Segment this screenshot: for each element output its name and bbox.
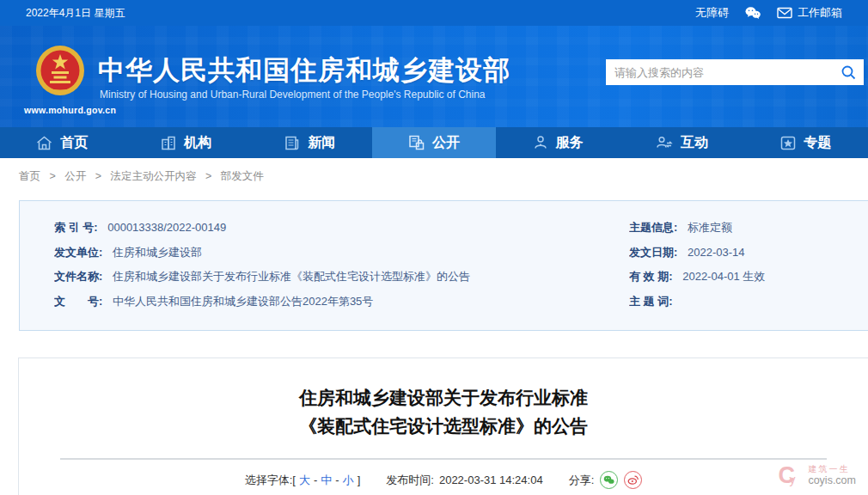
info-label: 发文日期: <box>629 246 677 259</box>
publish-time-group: 发布时间: 2022-03-31 14:24:04 <box>386 473 542 488</box>
info-value: 2022-03-14 <box>688 246 745 259</box>
publish-time-label: 发布时间: <box>386 473 434 488</box>
info-label: 文件名称: <box>54 270 102 283</box>
breadcrumb-current: 部发文件 <box>221 170 264 182</box>
info-row-keywords: 主 题 词: <box>629 290 868 315</box>
info-value: 中华人民共和国住房和城乡建设部公告2022年第35号 <box>113 295 373 308</box>
share-wechat-button[interactable] <box>600 471 618 489</box>
wechat-icon[interactable] <box>744 6 761 20</box>
weibo-share-icon <box>627 475 639 485</box>
title-divider <box>60 458 827 460</box>
font-size-medium-button[interactable]: 中 <box>321 473 332 488</box>
info-value: 2022-04-01 生效 <box>682 270 765 283</box>
nav-label: 首页 <box>60 134 88 152</box>
person-arrows-icon <box>656 136 673 150</box>
document-info-box: 索 引 号: 000013338/2022-00149 发文单位: 住房和城乡建… <box>19 200 868 331</box>
current-date: 2022年4月1日 星期五 <box>26 6 125 21</box>
coyis-watermark: C y 建筑一生 coyis.com <box>778 461 856 489</box>
info-value: 住房和城乡建设部 <box>113 246 202 259</box>
nav-item-home[interactable]: 首页 <box>0 127 124 158</box>
article-title-line2: 《装配式住宅设计选型标准》的公告 <box>19 412 868 440</box>
site-title: 中华人民共和国住房和城乡建设部 <box>98 52 510 89</box>
info-value: 标准定额 <box>688 221 732 234</box>
info-value: 000013338/2022-00149 <box>107 221 226 234</box>
work-mailbox-label: 工作邮箱 <box>798 5 842 21</box>
top-bar: 2022年4月1日 星期五 无障碍 工作邮箱 <box>0 0 868 26</box>
document-lock-icon <box>408 135 425 150</box>
accessibility-link[interactable]: 无障碍 <box>695 5 729 21</box>
envelope-icon <box>777 7 792 19</box>
publish-time-value: 2022-03-31 14:24:04 <box>439 474 543 486</box>
site-header: www.mohurd.gov.cn 中华人民共和国住房和城乡建设部 Minist… <box>0 26 868 127</box>
info-label: 有 效 期: <box>629 270 673 283</box>
share-group: 分享: <box>569 471 643 489</box>
info-label: 主题信息: <box>629 221 677 234</box>
info-row-effective-date: 有 效 期: 2022-04-01 生效 <box>629 265 868 290</box>
watermark-slogan: 建筑一生 <box>808 464 856 474</box>
share-weibo-button[interactable] <box>624 471 642 489</box>
nav-label: 互动 <box>681 134 708 152</box>
info-row-index-number: 索 引 号: 000013338/2022-00149 <box>54 216 629 241</box>
info-row-issuing-unit: 发文单位: 住房和城乡建设部 <box>54 241 629 266</box>
info-label: 文 号: <box>54 295 102 308</box>
national-emblem <box>34 45 86 101</box>
coyis-logo: C y <box>778 461 804 489</box>
building-icon <box>161 136 176 150</box>
search-box <box>606 59 864 85</box>
topbar-links: 无障碍 工作邮箱 <box>695 5 842 21</box>
font-size-dash: - <box>314 474 317 486</box>
search-icon <box>840 64 857 81</box>
wechat-share-icon <box>603 475 614 485</box>
bracket-open: [ <box>292 474 296 486</box>
info-label: 发文单位: <box>54 246 102 259</box>
info-label: 主 题 词: <box>629 295 673 308</box>
font-select-label: 选择字体: <box>245 473 293 488</box>
nav-item-topics[interactable]: 专题 <box>744 127 868 158</box>
search-input[interactable] <box>606 59 833 85</box>
breadcrumb-separator: > <box>49 170 55 182</box>
main-nav: 首页 机构 新闻 <box>0 127 868 158</box>
info-value: 住房和城乡建设部关于发布行业标准《装配式住宅设计选型标准》的公告 <box>113 270 470 283</box>
breadcrumb: 首页 > 公开 > 法定主动公开内容 > 部发文件 <box>19 169 868 184</box>
article-panel: 住房和城乡建设部关于发布行业标准 《装配式住宅设计选型标准》的公告 选择字体: … <box>18 358 868 495</box>
breadcrumb-home[interactable]: 首页 <box>19 170 40 182</box>
font-size-small-button[interactable]: 小 <box>343 473 354 488</box>
breadcrumb-separator: > <box>205 170 211 182</box>
info-row-document-number: 文 号: 中华人民共和国住房和城乡建设部公告2022年第35号 <box>54 290 629 315</box>
info-row-issue-date: 发文日期: 2022-03-14 <box>629 241 868 266</box>
article-meta-bar: 选择字体: [ 大 - 中 - 小 ] 发布时间: 2022-03-31 14:… <box>19 471 868 489</box>
article-title: 住房和城乡建设部关于发布行业标准 《装配式住宅设计选型标准》的公告 <box>19 383 868 440</box>
font-size-large-button[interactable]: 大 <box>299 473 310 488</box>
info-row-topic-info: 主题信息: 标准定额 <box>629 216 868 241</box>
nav-item-services[interactable]: 服务 <box>496 127 620 158</box>
share-label: 分享: <box>569 473 595 488</box>
search-button[interactable] <box>833 59 864 85</box>
nav-item-interaction[interactable]: 互动 <box>620 127 743 158</box>
breadcrumb-disclosure[interactable]: 公开 <box>64 170 86 182</box>
news-icon <box>284 136 300 150</box>
nav-label: 专题 <box>804 134 831 152</box>
document-info-right-column: 主题信息: 标准定额 发文日期: 2022-03-14 有 效 期: 2022-… <box>629 216 868 314</box>
watermark-text: 建筑一生 coyis.com <box>808 464 856 487</box>
info-row-document-title: 文件名称: 住房和城乡建设部关于发布行业标准《装配式住宅设计选型标准》的公告 <box>54 265 629 290</box>
person-icon <box>533 135 548 150</box>
work-mailbox-link[interactable]: 工作邮箱 <box>777 5 842 21</box>
nav-item-disclosure[interactable]: 公开 <box>372 127 496 158</box>
article-title-line1: 住房和城乡建设部关于发布行业标准 <box>19 383 868 412</box>
star-box-icon <box>780 136 796 150</box>
home-icon <box>36 136 52 150</box>
nav-label: 公开 <box>432 134 460 152</box>
nav-item-news[interactable]: 新闻 <box>248 127 372 158</box>
font-size-dash: - <box>335 474 339 486</box>
site-url: www.mohurd.gov.cn <box>24 105 116 115</box>
breadcrumb-statutory-content[interactable]: 法定主动公开内容 <box>111 170 197 182</box>
watermark-letter-y: y <box>789 473 795 486</box>
bracket-close: ] <box>358 474 361 486</box>
nav-item-organization[interactable]: 机构 <box>124 127 248 158</box>
info-label: 索 引 号: <box>54 221 98 234</box>
nav-label: 新闻 <box>308 134 335 152</box>
document-info-left-column: 索 引 号: 000013338/2022-00149 发文单位: 住房和城乡建… <box>54 216 629 314</box>
nav-label: 机构 <box>184 134 211 152</box>
breadcrumb-separator: > <box>95 170 101 182</box>
font-size-selector: 选择字体: [ 大 - 中 - 小 ] <box>245 473 361 488</box>
